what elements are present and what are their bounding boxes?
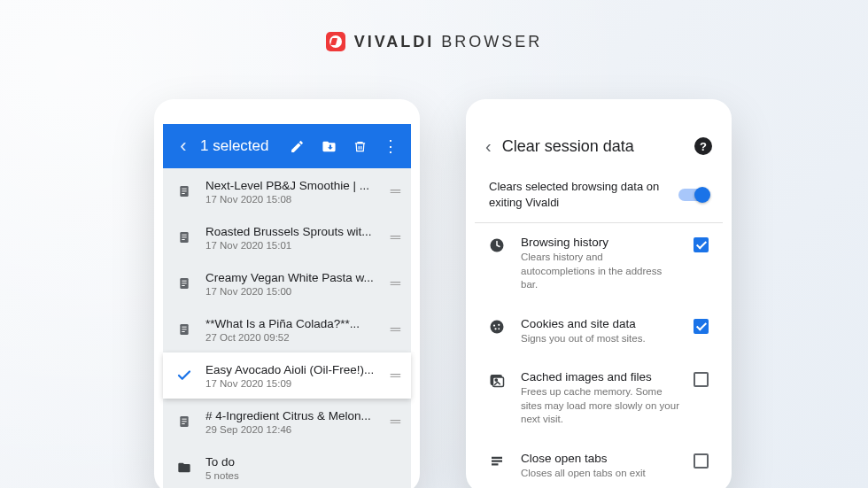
- status-bar: [475, 108, 723, 124]
- note-item[interactable]: Roasted Brussels Sprouts wit...17 Nov 20…: [163, 214, 411, 260]
- drag-handle-icon[interactable]: ═: [391, 414, 400, 430]
- vivaldi-logo-icon: [326, 32, 345, 51]
- help-icon[interactable]: ?: [694, 137, 712, 155]
- note-meta: 27 Oct 2020 09:52: [205, 332, 378, 343]
- note-title: Roasted Brussels Sprouts wit...: [205, 225, 378, 238]
- page-title: Clear session data: [502, 137, 684, 156]
- option-checkbox[interactable]: [694, 319, 709, 334]
- move-folder-icon[interactable]: [321, 139, 337, 154]
- svg-rect-18: [182, 421, 186, 422]
- options-list: Browsing historyClears history and autoc…: [475, 223, 723, 488]
- more-icon[interactable]: ⋮: [383, 138, 399, 154]
- status-bar: [163, 108, 411, 124]
- edit-icon[interactable]: [290, 139, 305, 154]
- option-checkbox[interactable]: [694, 453, 709, 469]
- note-item[interactable]: To do5 notes: [163, 445, 411, 488]
- option-title: Close open tabs: [521, 452, 679, 465]
- drag-handle-icon[interactable]: ═: [391, 229, 400, 245]
- note-item[interactable]: **What Is a Piña Colada?**...27 Oct 2020…: [163, 306, 411, 352]
- svg-point-23: [498, 323, 500, 325]
- option-description: Signs you out of most sites.: [521, 332, 679, 346]
- svg-rect-30: [492, 460, 502, 461]
- option-checkbox[interactable]: [694, 237, 709, 252]
- note-title: # 4-Ingredient Citrus & Melon...: [205, 409, 378, 422]
- brand-header: VIVALDI BROWSER: [0, 32, 868, 55]
- svg-rect-2: [182, 190, 186, 191]
- drag-handle-icon[interactable]: ═: [391, 321, 400, 337]
- svg-rect-1: [182, 189, 186, 190]
- svg-rect-7: [182, 239, 184, 240]
- brand-name: VIVALDI BROWSER: [354, 33, 543, 51]
- note-meta: 5 notes: [205, 470, 400, 481]
- note-title: To do: [205, 455, 400, 469]
- note-icon: [175, 414, 193, 430]
- clear-data-toolbar: ‹ Clear session data ?: [475, 124, 723, 168]
- phone-clear-data: ‹ Clear session data ? Clears selected b…: [466, 99, 732, 488]
- back-button[interactable]: ‹: [485, 136, 492, 157]
- svg-rect-19: [182, 423, 184, 424]
- note-meta: 17 Nov 2020 15:08: [205, 194, 378, 205]
- note-icon: [175, 275, 193, 291]
- option-title: Cookies and site data: [521, 317, 679, 330]
- selection-count: 1 selected: [197, 137, 290, 155]
- note-meta: 17 Nov 2020 15:00: [205, 286, 378, 297]
- clear-on-exit-toggle[interactable]: [678, 189, 709, 201]
- svg-point-25: [498, 328, 500, 329]
- note-item[interactable]: Next-Level PB&J Smoothie | ...17 Nov 202…: [163, 168, 411, 214]
- note-title: **What Is a Piña Colada?**...: [205, 317, 378, 330]
- note-meta: 17 Nov 2020 15:01: [205, 240, 378, 251]
- note-title: Easy Avocado Aioli (Oil-Free!)...: [205, 363, 378, 376]
- note-item[interactable]: Easy Avocado Aioli (Oil-Free!)...17 Nov …: [163, 352, 411, 399]
- svg-rect-13: [182, 327, 186, 328]
- drag-handle-icon[interactable]: ═: [391, 275, 400, 291]
- svg-rect-6: [182, 236, 186, 237]
- option-row[interactable]: Close open tabsCloses all open tabs on e…: [475, 439, 723, 488]
- option-description: Closes all open tabs on exit: [521, 467, 679, 481]
- svg-rect-15: [182, 331, 184, 332]
- option-title: Cached images and files: [521, 370, 679, 383]
- note-icon: [175, 183, 193, 199]
- svg-rect-29: [492, 456, 502, 458]
- svg-point-22: [493, 324, 495, 326]
- clear-on-exit-row: Clears selected browsing data on exiting…: [475, 168, 723, 223]
- note-title: Next-Level PB&J Smoothie | ...: [205, 179, 378, 192]
- option-description: Frees up cache memory. Some sites may lo…: [521, 385, 679, 427]
- svg-rect-9: [182, 281, 186, 282]
- image-icon: [489, 370, 507, 391]
- note-meta: 17 Nov 2020 15:09: [205, 378, 378, 389]
- option-description: Clears history and autocompletions in th…: [521, 251, 679, 292]
- note-item[interactable]: # 4-Ingredient Citrus & Melon...29 Sep 2…: [163, 399, 411, 445]
- drag-handle-icon[interactable]: ═: [391, 368, 400, 383]
- note-icon: [175, 229, 193, 245]
- svg-rect-17: [182, 419, 186, 420]
- option-row[interactable]: Browsing historyClears history and autoc…: [475, 223, 723, 305]
- svg-rect-3: [182, 193, 184, 194]
- back-button[interactable]: ‹: [170, 135, 197, 158]
- delete-icon[interactable]: [353, 139, 367, 154]
- option-row[interactable]: Cached images and filesFrees up cache me…: [475, 358, 723, 439]
- option-title: Browsing history: [521, 236, 679, 249]
- note-meta: 29 Sep 2020 12:46: [205, 424, 378, 435]
- svg-point-21: [491, 320, 504, 333]
- svg-point-24: [494, 328, 496, 329]
- svg-rect-31: [492, 463, 499, 465]
- option-checkbox[interactable]: [694, 372, 709, 387]
- svg-rect-11: [182, 285, 184, 286]
- clear-on-exit-label: Clears selected browsing data on exiting…: [489, 179, 668, 210]
- drag-handle-icon[interactable]: ═: [391, 183, 400, 199]
- svg-rect-5: [182, 235, 186, 236]
- notes-list: Next-Level PB&J Smoothie | ...17 Nov 202…: [163, 168, 411, 488]
- check-icon: [175, 368, 193, 383]
- note-title: Creamy Vegan White Pasta w...: [205, 271, 378, 284]
- note-item[interactable]: Creamy Vegan White Pasta w...17 Nov 2020…: [163, 260, 411, 306]
- tabs-icon: [489, 452, 507, 473]
- svg-rect-10: [182, 283, 186, 283]
- option-row[interactable]: Cookies and site dataSigns you out of mo…: [475, 305, 723, 359]
- folder-icon: [175, 461, 193, 475]
- svg-point-28: [495, 379, 497, 381]
- cookie-icon: [489, 317, 507, 338]
- history-icon: [489, 236, 507, 257]
- note-icon: [175, 321, 193, 337]
- phone-notes: ‹ 1 selected ⋮ Next-Level PB&J Smoothie …: [154, 99, 420, 488]
- svg-rect-14: [182, 329, 186, 329]
